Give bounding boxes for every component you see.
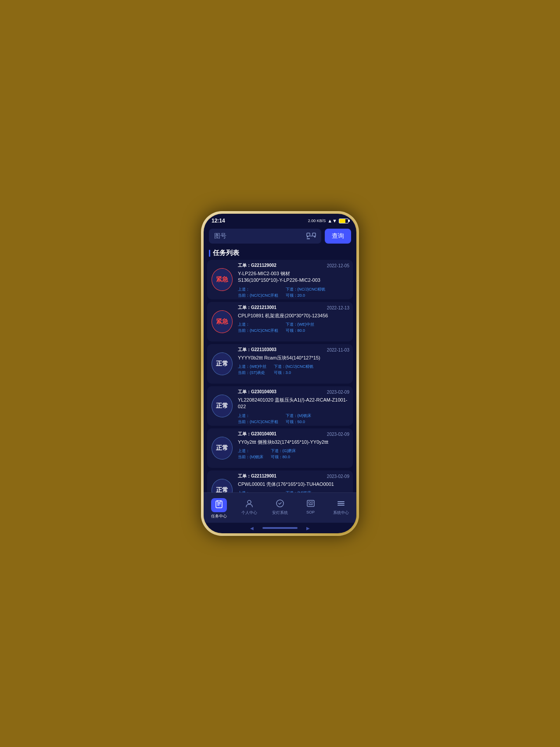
- task-info-6: 工单：G221129001 2023-02-09 CPWL00001 壳体(17…: [237, 470, 353, 492]
- nav-item-system[interactable]: 系统中心: [326, 496, 356, 521]
- battery-icon: [339, 219, 348, 223]
- search-input-wrap[interactable]: 图号: [209, 229, 321, 244]
- nav-item-andon[interactable]: 安灯系统: [265, 496, 295, 521]
- task-process-5: 上道： 当前：(M)铣床 下道：(G)磨床 可领：80.0: [238, 448, 349, 460]
- task-date-3: 2022-11-03: [327, 348, 349, 352]
- svg-point-12: [248, 500, 251, 504]
- nav-icon-system: [336, 498, 346, 509]
- status-right: 2.00 KB/S ▲▼: [308, 218, 348, 223]
- task-date-4: 2023-02-09: [327, 390, 349, 395]
- task-badge-6: 正常: [212, 479, 233, 492]
- nav-icon-andon: [275, 498, 285, 509]
- work-order-4: 工单：G230104003: [238, 389, 276, 395]
- task-header-4: 工单：G230104003 2023-02-09: [238, 389, 349, 395]
- work-order-1: 工单：G221129002: [238, 262, 276, 269]
- svg-rect-15: [309, 502, 310, 503]
- nav-label-andon: 安灯系统: [272, 510, 288, 516]
- task-process-4: 上道： 当前：(NC/C)CNC开粗 下道：(M)铣床 可领：50.0: [238, 413, 349, 425]
- task-date-2: 2022-12-13: [327, 305, 349, 310]
- battery-fill: [339, 219, 345, 223]
- home-indicator: ◀ ▶: [204, 523, 356, 533]
- search-area: 图号 查询: [204, 226, 356, 247]
- svg-rect-20: [337, 505, 345, 506]
- notch: [262, 214, 298, 223]
- task-part-6: CPWL00001 壳体(176*165*10)-TUHAO0001: [238, 481, 349, 488]
- svg-rect-3: [314, 236, 316, 237]
- task-badge-2: 紧急: [212, 310, 233, 333]
- svg-rect-2: [312, 233, 316, 236]
- task-badge-1: 紧急: [212, 268, 233, 291]
- svg-rect-17: [309, 504, 313, 505]
- svg-rect-8: [217, 503, 221, 504]
- nav-label-system: 系统中心: [333, 510, 349, 516]
- nav-icon-sop: [305, 498, 316, 509]
- task-process-2: 上道： 当前：(NC/C)CNC开粗 下道：(WE)中丝 可领：80.0: [238, 322, 349, 334]
- task-process-3: 上道：(WE)中丝 当前：(ST)表处 下道：(NC/J)CNC精铣 可领：3.…: [238, 364, 349, 376]
- work-order-6: 工单：G221129001: [238, 473, 276, 479]
- section-title-bar: [209, 250, 210, 257]
- task-card-1[interactable]: 紧急 工单：G221129002 2022-12-05 Y-LP226-MIC2…: [207, 260, 353, 299]
- task-card-3[interactable]: 正常 工单：G221103003 2022-11-03 YYYY0b2ttt R…: [207, 344, 353, 384]
- task-badge-area-1: 紧急: [207, 260, 237, 299]
- nav-icon-profile: [244, 498, 255, 509]
- task-card-6[interactable]: 正常 工单：G221129001 2023-02-09 CPWL00001 壳体…: [207, 470, 353, 492]
- nav-item-task-center[interactable]: 任务中心: [204, 496, 234, 521]
- svg-rect-1: [307, 236, 308, 237]
- task-card-2[interactable]: 紧急 工单：G221213001 2022-12-13 CPLP10891 机架…: [207, 302, 353, 341]
- svg-rect-18: [337, 501, 345, 502]
- phone-frame: 12:14 2.00 KB/S ▲▼ 图号: [201, 211, 359, 536]
- task-date-6: 2023-02-09: [327, 474, 349, 479]
- task-info-5: 工单：G230104001 2023-02-09 YY0y2ttt 侧推块b32…: [237, 428, 353, 468]
- task-part-1: Y-LP226-MIC2-003 钢材 S136(100*150*10)-Y-L…: [238, 270, 349, 284]
- task-part-5: YY0y2ttt 侧推块b32(174*165*10)-YY0y2ttt: [238, 439, 349, 445]
- task-badge-area-4: 正常: [207, 386, 237, 426]
- task-info-1: 工单：G221129002 2022-12-05 Y-LP226-MIC2-00…: [237, 260, 353, 299]
- task-card-4[interactable]: 正常 工单：G230104003 2023-02-09 YL2208240102…: [207, 386, 353, 426]
- svg-rect-10: [216, 500, 219, 502]
- svg-rect-7: [217, 502, 221, 503]
- nav-label-sop: SOP: [306, 510, 315, 514]
- svg-rect-5: [310, 236, 312, 237]
- nav-item-profile[interactable]: 个人中心: [234, 496, 265, 521]
- task-header-2: 工单：G221213001 2022-12-13: [238, 305, 349, 311]
- svg-rect-11: [219, 500, 222, 502]
- task-part-2: CPLP10891 机架底座(200*30*70)-123456: [238, 312, 349, 319]
- svg-rect-16: [311, 502, 313, 503]
- task-info-2: 工单：G221213001 2022-12-13 CPLP10891 机架底座(…: [237, 302, 353, 341]
- svg-rect-4: [307, 238, 310, 239]
- bottom-nav: 任务中心 个人中心 安灯系统: [204, 492, 356, 523]
- query-button[interactable]: 查询: [325, 229, 351, 244]
- nav-label-task-center: 任务中心: [211, 514, 227, 519]
- task-date-1: 2022-12-05: [327, 263, 349, 268]
- task-badge-area-3: 正常: [207, 344, 237, 384]
- task-list[interactable]: 紧急 工单：G221129002 2022-12-05 Y-LP226-MIC2…: [204, 260, 356, 492]
- svg-rect-9: [217, 505, 219, 506]
- task-badge-area-2: 紧急: [207, 302, 237, 341]
- task-header-5: 工单：G230104001 2023-02-09: [238, 431, 349, 437]
- home-bar: [262, 527, 298, 529]
- time-display: 12:14: [212, 218, 225, 224]
- task-badge-4: 正常: [212, 395, 233, 417]
- nav-icon-task-center: [211, 498, 227, 512]
- task-process-1: 上道： 当前：(NC/C)CNC开粗 下道：(NC/J)CNC精铣 可领：20.…: [238, 287, 349, 298]
- nav-item-sop[interactable]: SOP: [295, 496, 326, 521]
- svg-rect-14: [307, 500, 314, 506]
- svg-rect-0: [307, 233, 310, 236]
- task-badge-area-5: 正常: [207, 428, 237, 468]
- search-placeholder: 图号: [214, 232, 226, 240]
- svg-rect-6: [216, 501, 222, 508]
- section-title: 任务列表: [204, 247, 356, 260]
- scan-icon[interactable]: [306, 233, 316, 240]
- task-badge-3: 正常: [212, 352, 233, 375]
- work-order-2: 工单：G221213001: [238, 305, 276, 311]
- work-order-5: 工单：G230104001: [238, 431, 276, 437]
- network-speed: 2.00 KB/S: [308, 219, 326, 223]
- task-header-6: 工单：G221129001 2023-02-09: [238, 473, 349, 479]
- task-info-4: 工单：G230104003 2023-02-09 YL22082401020 盖…: [237, 386, 353, 426]
- work-order-3: 工单：G221103003: [238, 347, 276, 353]
- task-badge-area-6: 正常: [207, 470, 237, 492]
- task-part-3: YYYY0b2ttt Rcam压块54(140*127*15): [238, 355, 349, 361]
- nav-label-profile: 个人中心: [241, 510, 257, 516]
- task-card-5[interactable]: 正常 工单：G230104001 2023-02-09 YY0y2ttt 侧推块…: [207, 428, 353, 468]
- wifi-icon: ▲▼: [327, 218, 337, 223]
